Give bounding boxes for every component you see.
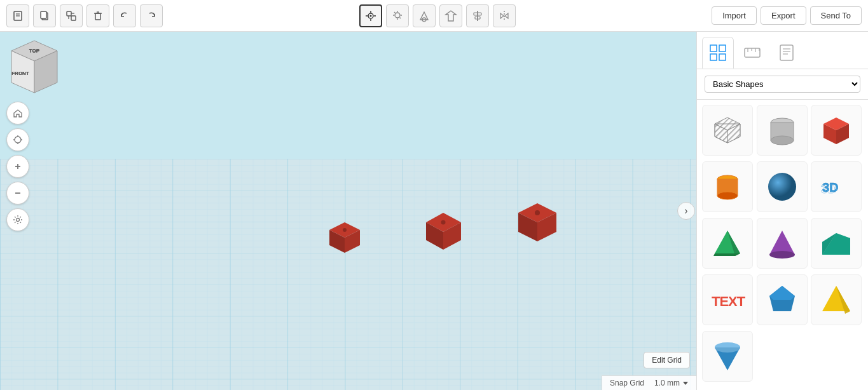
svg-rect-66 — [710, 54, 717, 60]
snap-grid-label: Snap Grid — [610, 379, 644, 387]
svg-point-54 — [15, 137, 21, 143]
mirror-button[interactable] — [493, 4, 516, 27]
shapes-grid: 3D 3D — [697, 100, 868, 390]
import-button[interactable]: Import — [712, 6, 757, 25]
status-bar: Snap Grid 1.0 mm — [602, 375, 696, 390]
shape-cylinder-orange[interactable] — [702, 161, 753, 212]
svg-point-84 — [771, 136, 794, 145]
redo-button[interactable] — [140, 4, 163, 27]
tab-ruler[interactable] — [736, 37, 768, 69]
edit-grid-button[interactable]: Edit Grid — [644, 352, 690, 368]
right-panel: Basic Shapes Featured Text Community — [696, 32, 868, 390]
shape-cone-bottom[interactable] — [702, 331, 753, 382]
panel-tabs — [697, 32, 868, 69]
shape-gen-button[interactable] — [413, 4, 436, 27]
viewport-scroll-arrow[interactable]: › — [677, 202, 695, 220]
svg-rect-68 — [745, 48, 760, 57]
svg-text:FRONT: FRONT — [11, 71, 29, 76]
svg-point-91 — [768, 173, 796, 201]
canvas-3d[interactable]: TOP FRONT TOP FRONT — [0, 32, 696, 390]
light-button[interactable] — [386, 4, 409, 27]
svg-point-109 — [715, 342, 740, 353]
shape-pyramid-green[interactable] — [702, 218, 753, 269]
viewport[interactable]: TOP FRONT TOP FRONT — [0, 32, 696, 390]
svg-rect-4 — [41, 11, 46, 18]
shape-pentagon-blue[interactable] — [757, 274, 808, 325]
send-to-button[interactable]: Send To — [810, 6, 862, 25]
shape-sphere[interactable] — [757, 161, 808, 212]
svg-text:TEXT: TEXT — [712, 293, 746, 309]
svg-point-18 — [395, 13, 400, 18]
shape-cone-purple[interactable] — [757, 218, 808, 269]
svg-text:TOP: TOP — [29, 48, 40, 53]
tab-grid[interactable] — [702, 37, 734, 69]
svg-marker-32 — [505, 13, 508, 18]
panel-header: Basic Shapes Featured Text Community — [697, 69, 868, 100]
svg-marker-63 — [683, 382, 688, 385]
shape-pyramid-yellow[interactable] — [811, 274, 862, 325]
svg-marker-31 — [500, 13, 504, 18]
svg-rect-65 — [719, 45, 726, 51]
shape-text-3d[interactable]: 3D 3D — [811, 161, 862, 212]
main-area: TOP FRONT TOP FRONT — [0, 32, 868, 390]
svg-rect-5 — [67, 11, 71, 16]
svg-rect-9 — [95, 13, 100, 20]
svg-rect-34 — [0, 32, 696, 159]
tab-notes[interactable] — [771, 37, 803, 69]
view-cube[interactable]: TOP FRONT TOP FRONT — [6, 38, 57, 89]
zoom-out-button[interactable] — [6, 182, 29, 205]
align-button[interactable] — [466, 4, 489, 27]
svg-rect-36 — [0, 159, 696, 390]
svg-text:3D: 3D — [821, 182, 837, 196]
svg-marker-96 — [713, 253, 740, 256]
duplicate-button[interactable] — [60, 4, 83, 27]
home-button[interactable] — [6, 102, 29, 124]
svg-marker-26 — [446, 11, 456, 21]
svg-point-48 — [343, 228, 347, 232]
copy-button[interactable] — [33, 4, 56, 27]
svg-rect-64 — [710, 45, 717, 51]
svg-marker-101 — [822, 233, 850, 255]
svg-rect-6 — [71, 16, 76, 20]
camera-view-button[interactable] — [359, 4, 382, 27]
svg-point-62 — [17, 219, 20, 222]
svg-point-90 — [717, 192, 738, 199]
export-3d-button[interactable] — [439, 4, 462, 27]
shape-box-stripes[interactable] — [702, 105, 753, 156]
category-select[interactable]: Basic Shapes Featured Text Community — [705, 76, 860, 93]
svg-rect-67 — [719, 54, 726, 60]
svg-point-40 — [535, 210, 540, 215]
settings-button[interactable] — [6, 208, 29, 231]
zoom-in-button[interactable] — [6, 155, 29, 178]
new-button[interactable] — [6, 4, 29, 27]
svg-line-24 — [399, 17, 401, 18]
shape-wedge-teal[interactable] — [811, 218, 862, 269]
svg-line-23 — [394, 12, 396, 13]
shape-cylinder-gray[interactable] — [757, 105, 808, 156]
main-toolbar: Import Export Send To — [0, 0, 868, 32]
undo-button[interactable] — [113, 4, 136, 27]
snap-grid-value-text: 1.0 mm — [654, 379, 680, 387]
svg-point-13 — [369, 15, 371, 17]
export-button[interactable]: Export — [761, 6, 806, 25]
snap-grid-value[interactable]: 1.0 mm — [654, 379, 689, 387]
svg-rect-73 — [780, 45, 793, 60]
delete-button[interactable] — [86, 4, 109, 27]
svg-point-98 — [769, 251, 795, 259]
top-right-buttons: Import Export Send To — [712, 6, 862, 25]
svg-marker-104 — [769, 286, 795, 300]
svg-point-44 — [441, 220, 446, 225]
shape-text-red[interactable]: TEXT — [702, 274, 753, 325]
shape-cube-red[interactable] — [811, 105, 862, 156]
select-button[interactable] — [6, 128, 29, 151]
center-tools — [359, 4, 516, 27]
left-tools — [6, 102, 29, 231]
